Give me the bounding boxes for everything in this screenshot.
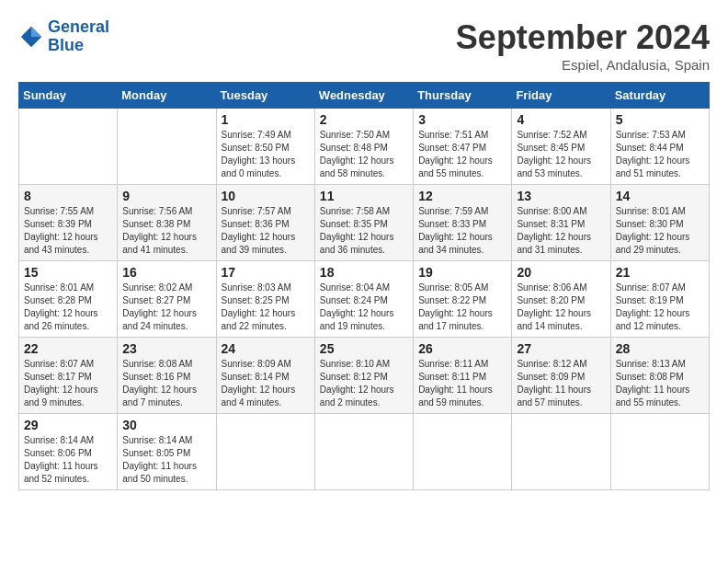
calendar-day-cell: 9 Sunrise: 7:56 AM Sunset: 8:38 PM Dayli…: [118, 185, 216, 261]
calendar-table: SundayMondayTuesdayWednesdayThursdayFrid…: [18, 82, 710, 490]
calendar-day-cell: 19 Sunrise: 8:05 AM Sunset: 8:22 PM Dayl…: [414, 261, 512, 338]
day-info: Sunrise: 7:56 AM Sunset: 8:38 PM Dayligh…: [122, 205, 210, 257]
day-info: Sunrise: 8:14 AM Sunset: 8:06 PM Dayligh…: [24, 434, 112, 486]
day-number: 19: [418, 265, 506, 280]
weekday-header-row: SundayMondayTuesdayWednesdayThursdayFrid…: [19, 83, 710, 109]
weekday-header-cell: Thursday: [414, 83, 512, 109]
day-info: Sunrise: 8:01 AM Sunset: 8:30 PM Dayligh…: [616, 205, 704, 257]
day-number: 22: [24, 341, 112, 356]
day-info: Sunrise: 7:51 AM Sunset: 8:47 PM Dayligh…: [418, 129, 506, 180]
day-info: Sunrise: 8:01 AM Sunset: 8:28 PM Dayligh…: [24, 282, 112, 333]
day-info: Sunrise: 8:03 AM Sunset: 8:25 PM Dayligh…: [222, 282, 310, 333]
day-info: Sunrise: 8:07 AM Sunset: 8:19 PM Dayligh…: [616, 282, 704, 333]
calendar-day-cell: 1 Sunrise: 7:49 AM Sunset: 8:50 PM Dayli…: [216, 109, 314, 185]
calendar-day-cell: 13 Sunrise: 8:00 AM Sunset: 8:31 PM Dayl…: [512, 185, 610, 261]
calendar-day-cell: 20 Sunrise: 8:06 AM Sunset: 8:20 PM Dayl…: [512, 261, 610, 338]
day-info: Sunrise: 8:06 AM Sunset: 8:20 PM Dayligh…: [517, 282, 605, 333]
calendar-day-cell: 27 Sunrise: 8:12 AM Sunset: 8:09 PM Dayl…: [512, 338, 610, 414]
day-info: Sunrise: 8:05 AM Sunset: 8:22 PM Dayligh…: [418, 282, 506, 333]
calendar-day-cell: 30 Sunrise: 8:14 AM Sunset: 8:05 PM Dayl…: [118, 414, 216, 490]
calendar-day-cell: 10 Sunrise: 7:57 AM Sunset: 8:36 PM Dayl…: [216, 185, 314, 261]
day-info: Sunrise: 7:53 AM Sunset: 8:44 PM Dayligh…: [616, 129, 704, 180]
day-number: 8: [24, 189, 112, 203]
calendar-day-cell: 12 Sunrise: 7:59 AM Sunset: 8:33 PM Dayl…: [414, 185, 512, 261]
calendar-day-cell: 17 Sunrise: 8:03 AM Sunset: 8:25 PM Dayl…: [216, 261, 314, 338]
day-info: Sunrise: 8:11 AM Sunset: 8:11 PM Dayligh…: [418, 358, 506, 409]
day-info: Sunrise: 7:49 AM Sunset: 8:50 PM Dayligh…: [222, 129, 310, 180]
calendar-week-row: 8 Sunrise: 7:55 AM Sunset: 8:39 PM Dayli…: [19, 185, 710, 261]
calendar-day-cell: 28 Sunrise: 8:13 AM Sunset: 8:08 PM Dayl…: [610, 338, 709, 414]
logo-icon: [18, 24, 44, 50]
calendar-day-cell: 8 Sunrise: 7:55 AM Sunset: 8:39 PM Dayli…: [19, 185, 118, 261]
day-number: 4: [517, 112, 605, 127]
weekday-header-cell: Tuesday: [216, 83, 314, 109]
day-number: 11: [320, 189, 408, 203]
day-number: 25: [320, 341, 408, 356]
day-info: Sunrise: 7:55 AM Sunset: 8:39 PM Dayligh…: [24, 205, 112, 257]
day-info: Sunrise: 7:50 AM Sunset: 8:48 PM Dayligh…: [320, 129, 408, 180]
calendar-day-cell: [414, 414, 512, 490]
day-number: 1: [222, 112, 310, 127]
weekday-header-cell: Saturday: [610, 83, 709, 109]
calendar-day-cell: 11 Sunrise: 7:58 AM Sunset: 8:35 PM Dayl…: [314, 185, 413, 261]
calendar-day-cell: 3 Sunrise: 7:51 AM Sunset: 8:47 PM Dayli…: [414, 109, 512, 185]
calendar-day-cell: [216, 414, 314, 490]
day-number: 20: [517, 265, 605, 280]
calendar-day-cell: 25 Sunrise: 8:10 AM Sunset: 8:12 PM Dayl…: [314, 338, 413, 414]
calendar-week-row: 29 Sunrise: 8:14 AM Sunset: 8:06 PM Dayl…: [19, 414, 710, 490]
page-header: General Blue September 2024 Espiel, Anda…: [18, 18, 710, 73]
day-info: Sunrise: 8:12 AM Sunset: 8:09 PM Dayligh…: [517, 358, 605, 409]
day-info: Sunrise: 8:10 AM Sunset: 8:12 PM Dayligh…: [320, 358, 408, 409]
calendar-week-row: 15 Sunrise: 8:01 AM Sunset: 8:28 PM Dayl…: [19, 261, 710, 338]
calendar-day-cell: 15 Sunrise: 8:01 AM Sunset: 8:28 PM Dayl…: [19, 261, 118, 338]
day-number: 18: [320, 265, 408, 280]
day-number: 29: [24, 418, 112, 432]
day-number: 24: [222, 341, 310, 356]
day-number: 17: [222, 265, 310, 280]
day-info: Sunrise: 8:07 AM Sunset: 8:17 PM Dayligh…: [24, 358, 112, 409]
day-number: 27: [517, 341, 605, 356]
calendar-day-cell: [610, 414, 709, 490]
calendar-day-cell: 5 Sunrise: 7:53 AM Sunset: 8:44 PM Dayli…: [610, 109, 709, 185]
calendar-day-cell: [19, 109, 118, 185]
weekday-header-cell: Wednesday: [314, 83, 413, 109]
location-subtitle: Espiel, Andalusia, Spain: [456, 57, 710, 73]
svg-marker-1: [31, 27, 41, 37]
calendar-day-cell: 16 Sunrise: 8:02 AM Sunset: 8:27 PM Dayl…: [118, 261, 216, 338]
day-info: Sunrise: 8:02 AM Sunset: 8:27 PM Dayligh…: [122, 282, 210, 333]
calendar-week-row: 1 Sunrise: 7:49 AM Sunset: 8:50 PM Dayli…: [19, 109, 710, 185]
day-number: 21: [616, 265, 704, 280]
day-number: 12: [418, 189, 506, 203]
calendar-day-cell: [512, 414, 610, 490]
calendar-day-cell: 14 Sunrise: 8:01 AM Sunset: 8:30 PM Dayl…: [610, 185, 709, 261]
day-number: 28: [616, 341, 704, 356]
day-number: 16: [122, 265, 210, 280]
day-number: 13: [517, 189, 605, 203]
calendar-day-cell: 24 Sunrise: 8:09 AM Sunset: 8:14 PM Dayl…: [216, 338, 314, 414]
logo-text: General Blue: [48, 18, 109, 55]
day-number: 10: [222, 189, 310, 203]
day-number: 14: [616, 189, 704, 203]
day-number: 26: [418, 341, 506, 356]
calendar-day-cell: 4 Sunrise: 7:52 AM Sunset: 8:45 PM Dayli…: [512, 109, 610, 185]
calendar-week-row: 22 Sunrise: 8:07 AM Sunset: 8:17 PM Dayl…: [19, 338, 710, 414]
calendar-day-cell: 2 Sunrise: 7:50 AM Sunset: 8:48 PM Dayli…: [314, 109, 413, 185]
day-info: Sunrise: 8:13 AM Sunset: 8:08 PM Dayligh…: [616, 358, 704, 409]
calendar-day-cell: 29 Sunrise: 8:14 AM Sunset: 8:06 PM Dayl…: [19, 414, 118, 490]
logo: General Blue: [18, 18, 109, 55]
day-info: Sunrise: 8:14 AM Sunset: 8:05 PM Dayligh…: [122, 434, 210, 486]
calendar-day-cell: 21 Sunrise: 8:07 AM Sunset: 8:19 PM Dayl…: [610, 261, 709, 338]
day-number: 2: [320, 112, 408, 127]
day-number: 5: [616, 112, 704, 127]
day-info: Sunrise: 8:04 AM Sunset: 8:24 PM Dayligh…: [320, 282, 408, 333]
title-block: September 2024 Espiel, Andalusia, Spain: [456, 18, 710, 73]
day-number: 30: [122, 418, 210, 432]
day-info: Sunrise: 7:58 AM Sunset: 8:35 PM Dayligh…: [320, 205, 408, 257]
day-info: Sunrise: 7:57 AM Sunset: 8:36 PM Dayligh…: [222, 205, 310, 257]
month-title: September 2024: [456, 18, 710, 57]
day-number: 23: [122, 341, 210, 356]
day-info: Sunrise: 8:00 AM Sunset: 8:31 PM Dayligh…: [517, 205, 605, 257]
calendar-day-cell: [118, 109, 216, 185]
day-info: Sunrise: 8:08 AM Sunset: 8:16 PM Dayligh…: [122, 358, 210, 409]
weekday-header-cell: Friday: [512, 83, 610, 109]
